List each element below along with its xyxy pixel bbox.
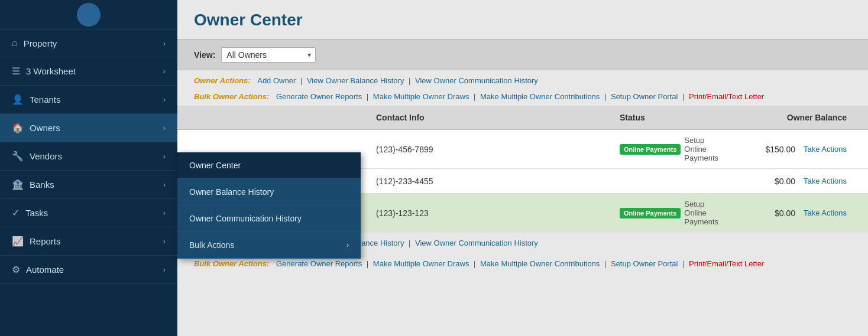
contact-number: (123)-123-123 <box>376 208 429 218</box>
view-balance-history-link[interactable]: View Owner Balance History <box>307 76 404 85</box>
bottom-bulk-actions-label: Bulk Owner Actions: <box>194 259 269 268</box>
chevron-right-icon: › <box>163 208 166 217</box>
sidebar-item-label: Tasks <box>25 208 48 218</box>
table-header: Contact Info Status Owner Balance <box>177 106 868 130</box>
view-select-wrapper: All Owners Active Owners Inactive Owners <box>221 47 316 63</box>
sidebar-item-label: Automate <box>26 265 64 275</box>
chevron-right-icon: › <box>163 67 166 76</box>
setup-portal-link[interactable]: Setup Owner Portal <box>611 92 678 101</box>
dropdown-item-bulk-actions[interactable]: Bulk Actions › <box>177 232 361 259</box>
make-draws-link[interactable]: Make Multiple Owner Draws <box>373 92 469 101</box>
sidebar-item-owners[interactable]: 🏠 Owners › <box>0 114 177 142</box>
chevron-right-icon: › <box>163 152 166 161</box>
sidebar-item-label: Property <box>24 38 57 48</box>
dropdown-item-owner-communication-history[interactable]: Owner Communication History <box>177 205 361 232</box>
chevron-right-icon: › <box>163 265 166 274</box>
dropdown-item-label: Owner Communication History <box>189 214 302 223</box>
sidebar-item-label: Owners <box>30 123 60 133</box>
tasks-icon: ✓ <box>12 207 20 218</box>
balance-cell: $0.00 Take Actions <box>733 173 851 190</box>
status-cell: Online Payments Setup Online Payments <box>615 196 733 230</box>
add-owner-link[interactable]: Add Owner <box>257 76 296 85</box>
take-actions-link[interactable]: Take Actions <box>804 208 847 217</box>
col-header-balance: Owner Balance <box>733 110 851 125</box>
logo-icon <box>77 3 101 27</box>
top-bulk-actions-bar: Bulk Owner Actions: Generate Owner Repor… <box>177 91 868 106</box>
reports-icon: 📈 <box>12 236 24 247</box>
col-header-contact: Contact Info <box>371 110 615 125</box>
chevron-right-icon: › <box>163 237 166 246</box>
status-cell <box>615 178 733 185</box>
sidebar-item-automate[interactable]: ⚙ Automate › <box>0 256 177 284</box>
contact-cell: (123)-456-7899 <box>371 141 615 158</box>
chevron-right-icon: › <box>163 39 166 48</box>
owner-actions-label: Owner Actions: <box>194 76 251 85</box>
top-owner-actions-bar: Owner Actions: Add Owner | View Owner Ba… <box>177 70 868 91</box>
view-communication-history-link[interactable]: View Owner Communication History <box>415 76 538 85</box>
print-email-text-link[interactable]: Print/Email/Text Letter <box>689 92 764 101</box>
status-cell: Online Payments Setup Online Payments <box>615 132 733 166</box>
automate-icon: ⚙ <box>12 264 20 275</box>
bb-make-draws-link[interactable]: Make Multiple Owner Draws <box>373 259 469 268</box>
col-header-status: Status <box>615 110 733 125</box>
online-payments-badge[interactable]: Online Payments <box>620 208 681 218</box>
banks-icon: 🏦 <box>12 179 24 190</box>
page-title: Owner Center <box>194 11 851 30</box>
main-header: Owner Center <box>177 0 868 40</box>
worksheet-icon: ☰ <box>12 66 20 77</box>
dropdown-item-owner-center[interactable]: Owner Center <box>177 152 361 179</box>
sidebar-logo <box>0 0 177 30</box>
make-contributions-link[interactable]: Make Multiple Owner Contributions <box>480 92 600 101</box>
sidebar-item-label: 3 Worksheet <box>26 66 76 76</box>
contact-cell: (123)-123-123 <box>371 205 615 221</box>
view-label: View: <box>194 50 215 60</box>
take-actions-link[interactable]: Take Actions <box>804 177 847 185</box>
chevron-right-icon: › <box>163 95 166 104</box>
setup-online-payments-link[interactable]: Setup Online Payments <box>684 136 728 162</box>
sidebar-item-banks[interactable]: 🏦 Banks › <box>0 171 177 199</box>
bb-setup-portal-link[interactable]: Setup Owner Portal <box>611 259 678 268</box>
dropdown-item-label: Owner Balance History <box>189 187 274 197</box>
view-bar: View: All Owners Active Owners Inactive … <box>177 40 868 70</box>
sidebar-item-tenants[interactable]: 👤 Tenants › <box>0 86 177 114</box>
owner-name-cell <box>194 146 371 153</box>
vendors-icon: 🔧 <box>12 151 24 162</box>
balance-amount: $0.00 <box>775 177 795 186</box>
balance-amount: $0.00 <box>775 208 795 218</box>
sidebar-item-vendors[interactable]: 🔧 Vendors › <box>0 142 177 171</box>
balance-cell: $150.00 Take Actions <box>733 141 851 158</box>
owners-dropdown-menu: Owner Center Owner Balance History Owner… <box>177 152 361 259</box>
sidebar-item-property[interactable]: ⌂ Property › <box>0 30 177 57</box>
online-payments-badge[interactable]: Online Payments <box>620 144 681 155</box>
dropdown-item-label: Owner Center <box>189 161 241 170</box>
dropdown-item-owner-balance-history[interactable]: Owner Balance History <box>177 179 361 205</box>
chevron-right-icon: › <box>163 180 166 189</box>
take-actions-link[interactable]: Take Actions <box>804 145 847 154</box>
home-icon: ⌂ <box>12 38 18 48</box>
bb-make-contributions-link[interactable]: Make Multiple Owner Contributions <box>480 259 600 268</box>
tenants-icon: 👤 <box>12 94 24 105</box>
chevron-right-icon: › <box>163 123 166 132</box>
balance-cell: $0.00 Take Actions <box>733 205 851 221</box>
sidebar-item-reports[interactable]: 📈 Reports › <box>0 227 177 256</box>
bb-print-email-text-link[interactable]: Print/Email/Text Letter <box>689 259 764 268</box>
sidebar-item-worksheet[interactable]: ☰ 3 Worksheet › <box>0 57 177 86</box>
bb-generate-reports-link[interactable]: Generate Owner Reports <box>276 259 362 268</box>
balance-amount: $150.00 <box>765 145 795 154</box>
contact-number: (112)-233-4455 <box>376 177 433 186</box>
dropdown-item-label: Bulk Actions <box>189 240 234 250</box>
generate-reports-link[interactable]: Generate Owner Reports <box>276 92 362 101</box>
b-view-communication-history-link[interactable]: View Owner Communication History <box>415 239 538 247</box>
contact-cell: (112)-233-4455 <box>371 173 615 190</box>
sidebar: ⌂ Property › ☰ 3 Worksheet › 👤 Tenants ›… <box>0 0 177 336</box>
contact-number: (123)-456-7899 <box>376 145 433 154</box>
chevron-right-icon: › <box>346 241 349 249</box>
sidebar-item-label: Reports <box>30 236 61 246</box>
view-select[interactable]: All Owners Active Owners Inactive Owners <box>221 47 316 63</box>
col-header-owner <box>194 110 371 125</box>
bulk-actions-label: Bulk Owner Actions: <box>194 92 269 101</box>
sidebar-item-label: Vendors <box>30 151 62 161</box>
sidebar-item-label: Banks <box>30 180 54 190</box>
setup-online-payments-link[interactable]: Setup Online Payments <box>684 200 728 226</box>
sidebar-item-tasks[interactable]: ✓ Tasks › <box>0 199 177 227</box>
